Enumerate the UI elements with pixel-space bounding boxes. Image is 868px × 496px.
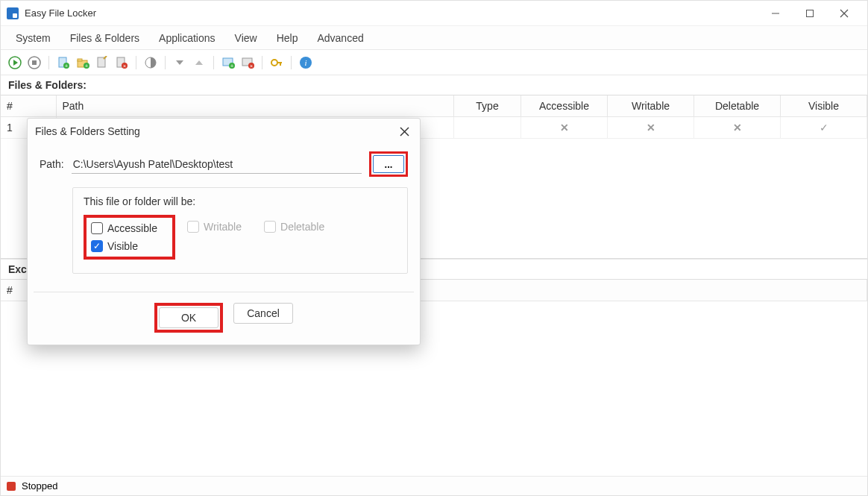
svg-text:+: + bbox=[65, 63, 68, 69]
minimize-button[interactable] bbox=[758, 2, 793, 25]
svg-rect-12 bbox=[78, 59, 82, 61]
cell-writable: ✕ bbox=[608, 117, 694, 139]
svg-text:×: × bbox=[123, 63, 126, 69]
accessible-visible-highlight: Accessible Visible bbox=[84, 215, 175, 260]
add-folder-icon[interactable]: + bbox=[75, 54, 91, 71]
table-header-row: # Path Type Accessible Writable Deletabl… bbox=[1, 95, 867, 117]
close-icon bbox=[400, 127, 409, 136]
path-label: Path: bbox=[40, 158, 64, 170]
checkbox-accessible[interactable] bbox=[91, 222, 103, 234]
svg-point-29 bbox=[271, 60, 277, 66]
svg-rect-7 bbox=[32, 60, 37, 65]
svg-line-16 bbox=[104, 56, 107, 59]
titlebar: Easy File Locker bbox=[1, 1, 867, 26]
dialog-actions: OK Cancel bbox=[28, 292, 420, 345]
close-icon bbox=[840, 9, 849, 18]
col-type[interactable]: Type bbox=[454, 95, 521, 117]
options-box: This file or folder will be: Accessible … bbox=[72, 187, 408, 274]
menu-help[interactable]: Help bbox=[268, 28, 307, 48]
svg-text:+: + bbox=[85, 63, 88, 69]
svg-marker-5 bbox=[13, 60, 18, 66]
cell-visible: ✓ bbox=[781, 117, 867, 139]
menu-files-folders[interactable]: Files & Folders bbox=[61, 28, 148, 48]
maximize-button[interactable] bbox=[793, 2, 827, 25]
add-app-icon[interactable]: + bbox=[220, 54, 236, 71]
ok-button[interactable]: OK bbox=[159, 307, 218, 328]
path-input[interactable] bbox=[72, 155, 362, 174]
chk-visible[interactable]: Visible bbox=[91, 240, 157, 252]
dialog-body: Path: ... This file or folder will be: A… bbox=[28, 144, 420, 280]
cancel-button[interactable]: Cancel bbox=[233, 303, 293, 324]
edit-item-icon[interactable] bbox=[94, 54, 110, 71]
options-hdr: This file or folder will be: bbox=[84, 195, 397, 207]
cell-accessible: ✕ bbox=[521, 117, 608, 139]
svg-text:+: + bbox=[230, 63, 233, 69]
checkbox-visible[interactable] bbox=[91, 240, 103, 252]
chk-accessible-label: Accessible bbox=[107, 222, 157, 234]
chk-visible-label: Visible bbox=[107, 240, 138, 252]
dialog-titlebar: Files & Folders Setting bbox=[28, 119, 420, 144]
svg-text:i: i bbox=[304, 58, 306, 67]
remove-item-icon[interactable]: × bbox=[113, 54, 130, 71]
close-button[interactable] bbox=[827, 2, 861, 25]
menubar: System Files & Folders Applications View… bbox=[1, 26, 867, 50]
cell-type bbox=[454, 117, 521, 139]
status-text: Stopped bbox=[22, 480, 57, 492]
chk-accessible[interactable]: Accessible bbox=[91, 222, 157, 234]
app-icon bbox=[7, 7, 19, 19]
svg-marker-22 bbox=[195, 60, 203, 65]
menu-advanced[interactable]: Advanced bbox=[308, 28, 372, 48]
col-visible[interactable]: Visible bbox=[781, 95, 867, 117]
status-indicator-icon bbox=[7, 482, 16, 491]
browse-button[interactable]: ... bbox=[373, 155, 404, 173]
chk-writable-label: Writable bbox=[204, 221, 242, 233]
ok-highlight: OK bbox=[154, 303, 223, 333]
arrow-up-icon[interactable] bbox=[191, 54, 207, 71]
minimize-icon bbox=[771, 9, 780, 18]
col-deletable[interactable]: Deletable bbox=[694, 95, 781, 117]
toolbar: + + × + × i bbox=[1, 50, 867, 75]
info-icon[interactable]: i bbox=[298, 54, 314, 71]
stop-icon[interactable] bbox=[26, 54, 43, 71]
play-icon[interactable] bbox=[7, 54, 23, 71]
dialog-title-text: Files & Folders Setting bbox=[35, 125, 140, 137]
cell-deletable: ✕ bbox=[694, 117, 781, 139]
window-title: Easy File Locker bbox=[25, 7, 96, 19]
contrast-icon[interactable] bbox=[142, 54, 159, 71]
add-file-icon[interactable]: + bbox=[55, 54, 72, 71]
browse-highlight: ... bbox=[369, 151, 408, 177]
col-writable[interactable]: Writable bbox=[608, 95, 694, 117]
svg-rect-1 bbox=[807, 10, 814, 16]
menu-system[interactable]: System bbox=[7, 28, 60, 48]
maximize-icon bbox=[805, 9, 814, 18]
arrow-down-icon[interactable] bbox=[172, 54, 188, 71]
dialog-close-button[interactable] bbox=[396, 123, 412, 139]
checkbox-writable bbox=[187, 221, 199, 233]
statusbar: Stopped bbox=[1, 476, 867, 495]
path-row: Path: ... bbox=[40, 151, 408, 177]
checkbox-deletable bbox=[264, 221, 276, 233]
col-num[interactable]: # bbox=[1, 95, 56, 117]
svg-text:×: × bbox=[250, 63, 253, 69]
col-accessible[interactable]: Accessible bbox=[521, 95, 608, 117]
menu-applications[interactable]: Applications bbox=[150, 28, 224, 48]
svg-marker-21 bbox=[176, 60, 183, 65]
files-folders-setting-dialog: Files & Folders Setting Path: ... This f… bbox=[27, 118, 421, 345]
key-icon[interactable] bbox=[268, 54, 285, 71]
remove-app-icon[interactable]: × bbox=[239, 54, 256, 71]
chk-writable: Writable bbox=[187, 221, 242, 233]
files-folders-label: Files & Folders: bbox=[1, 75, 867, 95]
menu-view[interactable]: View bbox=[226, 28, 266, 48]
col-path[interactable]: Path bbox=[56, 95, 454, 117]
chk-deletable-label: Deletable bbox=[280, 221, 324, 233]
chk-deletable: Deletable bbox=[264, 221, 324, 233]
